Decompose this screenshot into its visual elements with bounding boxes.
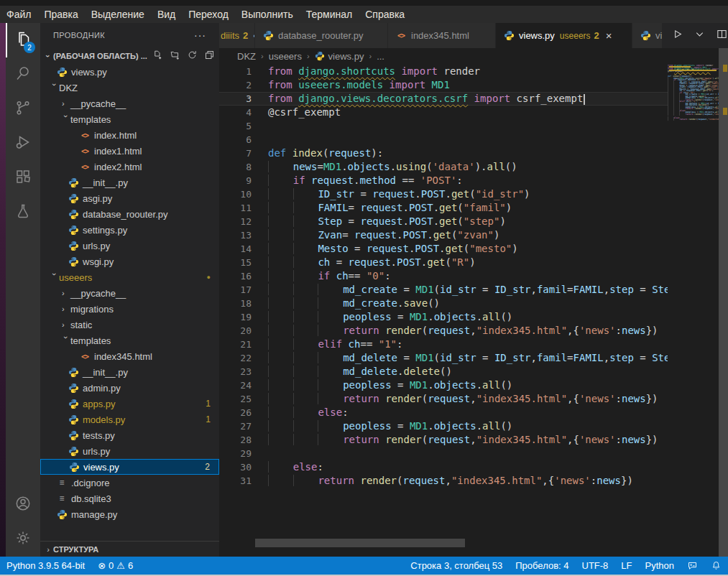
line-number[interactable]: 23 — [219, 365, 252, 378]
tree-item-settings-py[interactable]: settings.py — [40, 222, 219, 238]
activity-explorer-button[interactable]: 2 — [6, 23, 40, 57]
line-number[interactable]: 2 — [219, 78, 252, 92]
line-number[interactable]: 6 — [219, 133, 252, 147]
line-number[interactable]: 5 — [219, 119, 252, 133]
tree-item-models-py[interactable]: models.py1 — [40, 412, 219, 427]
activity-search-button[interactable] — [6, 57, 40, 92]
new-folder-button[interactable] — [170, 50, 180, 62]
tree-item-templates[interactable]: ›templates — [40, 333, 219, 348]
tree-item-index-html[interactable]: <>index.html — [40, 127, 219, 143]
tree-item-index345-html[interactable]: <>index345.html — [40, 348, 219, 364]
collapse-all-button[interactable] — [204, 50, 215, 62]
line-number[interactable]: 22 — [219, 351, 252, 365]
minimap[interactable]: from django.shortcuts import renderfrom … — [668, 65, 719, 547]
activity-source-control-button[interactable] — [6, 92, 40, 126]
activity-testing-button[interactable] — [6, 195, 40, 230]
line-number[interactable]: 1 — [219, 65, 252, 78]
tree-item-tests-py[interactable]: tests.py — [40, 427, 219, 443]
tree-item-migrations[interactable]: ›migrations — [40, 301, 219, 317]
activity-settings-button[interactable] — [6, 522, 40, 557]
line-number[interactable]: 8 — [219, 160, 252, 174]
activity-extensions-button[interactable] — [6, 161, 40, 195]
tree-item-static[interactable]: ›static — [40, 317, 219, 333]
tree-item-manage-py[interactable]: manage.py — [40, 506, 219, 522]
tab-vie[interactable]: vie — [632, 23, 663, 48]
activity-account-button[interactable] — [6, 488, 40, 522]
tab-views-py[interactable]: views.pyuseeers2× — [496, 23, 632, 48]
line-number[interactable]: 30 — [219, 460, 252, 474]
line-number[interactable]: 9 — [219, 174, 252, 187]
menu-item[interactable]: Файл — [0, 9, 37, 20]
tree-item-index1-html[interactable]: <>index1.html — [40, 143, 219, 159]
feedback-button[interactable] — [681, 560, 704, 571]
line-number[interactable]: 27 — [219, 419, 252, 433]
new-file-button[interactable] — [152, 50, 163, 62]
explorer-more-actions-button[interactable]: ··· — [194, 29, 206, 41]
run-button[interactable] — [671, 28, 683, 43]
tree-item-admin-py[interactable]: admin.py — [40, 380, 219, 396]
status-item[interactable]: LF — [614, 560, 638, 571]
menu-item[interactable]: Справка — [359, 9, 411, 20]
line-number[interactable]: 14 — [219, 242, 252, 256]
status-item[interactable]: Python — [639, 560, 681, 571]
line-number[interactable]: 3 — [219, 92, 252, 106]
line-number[interactable]: 17 — [219, 283, 252, 297]
menu-item[interactable]: Выделение — [85, 9, 151, 20]
line-number[interactable]: 20 — [219, 324, 252, 338]
activity-run-debug-button[interactable] — [6, 126, 40, 161]
line-number[interactable]: 7 — [219, 147, 252, 160]
line-number[interactable]: 29 — [219, 447, 252, 460]
line-number[interactable]: 12 — [219, 215, 252, 228]
tab-index345-html[interactable]: <>index345.html — [388, 23, 496, 48]
line-number[interactable]: 19 — [219, 310, 252, 324]
tree-item-database-roouter-py[interactable]: database_roouter.py — [40, 206, 219, 222]
line-number[interactable]: 16 — [219, 269, 252, 283]
tree-item-urls-py[interactable]: urls.py — [40, 443, 219, 459]
horizontal-scrollbar-thumb[interactable] — [255, 539, 465, 547]
split-editor-button[interactable] — [716, 28, 728, 43]
tree-item--dcignore[interactable]: ≡.dcignore — [40, 475, 219, 491]
tree-item-views-py[interactable]: views.py2 — [40, 459, 219, 475]
tree-item-index2-html[interactable]: <>index2.html — [40, 159, 219, 175]
status-item[interactable]: UTF-8 — [576, 560, 615, 571]
tree-item--init-py[interactable]: __init__.py — [40, 364, 219, 380]
menu-item[interactable]: Правка — [37, 9, 84, 20]
tree-item-urls-py[interactable]: urls.py — [40, 238, 219, 254]
status-item[interactable]: Пробелов: 4 — [509, 560, 575, 571]
tree-item-apps-py[interactable]: apps.py1 — [40, 396, 219, 412]
line-number[interactable]: 28 — [219, 433, 252, 447]
breadcrumb-item[interactable]: ... — [377, 51, 384, 62]
outline-section[interactable]: › СТРУКТУРА — [40, 541, 219, 557]
chevron-down-button[interactable] — [694, 28, 706, 43]
line-number[interactable]: 10 — [219, 187, 252, 201]
status-python-version[interactable]: Python 3.9.5 64-bit — [0, 560, 91, 571]
status-item[interactable]: Строка 3, столбец 53 — [404, 560, 509, 571]
menu-item[interactable]: Выполнить — [235, 9, 300, 20]
line-number[interactable]: 18 — [219, 297, 252, 310]
tree-item-db-sqlite3[interactable]: ≡db.sqlite3 — [40, 491, 219, 506]
editor-scrollbar[interactable] — [719, 48, 728, 557]
refresh-button[interactable] — [187, 50, 198, 62]
tree-item-views-py[interactable]: views.py — [40, 64, 219, 80]
menu-item[interactable]: Переход — [182, 9, 235, 20]
line-number[interactable]: 26 — [219, 406, 252, 419]
breadcrumb-item[interactable]: DKZ — [237, 51, 256, 62]
tab-diiits[interactable]: diiits2● — [219, 23, 255, 48]
breadcrumb-item[interactable]: views.py — [315, 51, 364, 62]
tree-item-useeers[interactable]: ›useeers● — [40, 269, 219, 285]
line-number[interactable]: 4 — [219, 106, 252, 119]
tree-item-templates[interactable]: ›templates — [40, 111, 219, 127]
code-editor[interactable]: 1from django.shortcuts import render2fro… — [219, 65, 668, 539]
menu-item[interactable]: Вид — [151, 9, 182, 20]
line-number[interactable]: 11 — [219, 201, 252, 215]
tree-item-dkz[interactable]: ›DKZ — [40, 80, 219, 96]
menu-item[interactable]: Терминал — [300, 9, 359, 20]
tree-item-wsgi-py[interactable]: wsgi.py — [40, 254, 219, 269]
tree-item--pycache-[interactable]: ›__pycache__ — [40, 96, 219, 111]
breadcrumb-item[interactable]: useeers — [269, 51, 302, 62]
line-number[interactable]: 13 — [219, 228, 252, 242]
workspace-header[interactable]: › (РАБОЧАЯ ОБЛАСТЬ) ... — [40, 47, 219, 64]
line-number[interactable]: 31 — [219, 474, 252, 488]
tree-item-asgi-py[interactable]: asgi.py — [40, 190, 219, 206]
line-number[interactable]: 21 — [219, 338, 252, 351]
